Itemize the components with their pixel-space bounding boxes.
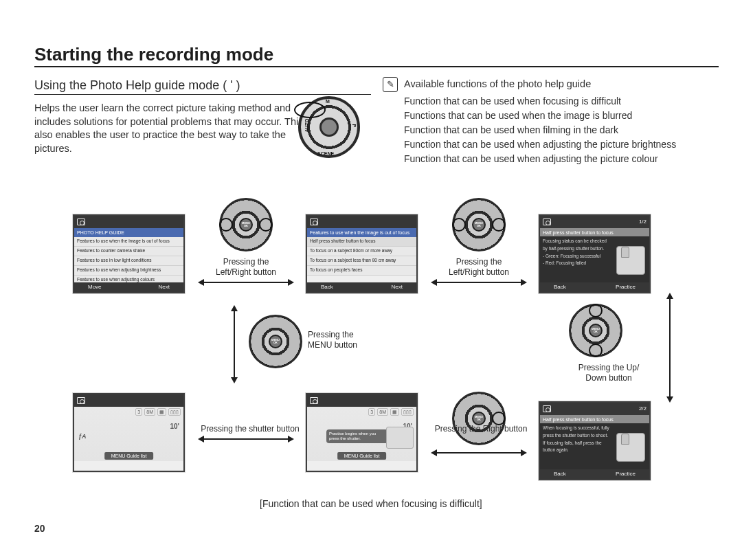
timer-value: 10'	[170, 422, 179, 432]
left-highlight	[219, 218, 233, 232]
double-arrow-icon	[203, 282, 289, 283]
lcd-photo-help-guide: PHOTO HELP GUIDE Features to use when th…	[73, 214, 185, 293]
menu-ok-button: MENUOK	[269, 335, 282, 348]
nav-caption-updown: Pressing the Up/Down button	[565, 363, 653, 383]
hand-press-graphic	[386, 427, 414, 449]
camera-icon	[77, 397, 85, 404]
softkey-left: Move	[88, 284, 102, 291]
lcd-focus-features: Features to use when the image is out of…	[306, 214, 418, 293]
camera-icon	[310, 397, 318, 404]
nav-caption-menu: Pressing theMENU button	[308, 330, 370, 350]
status-icons: 3 8M ▦ ▯▯▯	[368, 408, 414, 416]
lcd-half-press-1: 1/2 Half press shutter button to focus F…	[539, 214, 651, 293]
lcd-practice-live: 3 8M ▦ ▯▯▯ 10' ƒA MENU Guide list	[73, 393, 185, 472]
up-highlight	[589, 304, 603, 317]
list-item: Functions that can be used when the imag…	[404, 109, 720, 122]
dial-mode-scene: SCENE	[317, 150, 334, 157]
lcd-row: Features to use when the image is out of…	[74, 237, 183, 247]
softkey-right: Next	[392, 284, 403, 291]
list-item: Function that can be used when adjusting…	[404, 153, 720, 166]
lcd-row-hl: Half press shutter button to focus	[307, 237, 416, 247]
nav-pad: MENUOK	[452, 392, 506, 445]
menu-guide-hint: MENU Guide list	[104, 452, 154, 460]
hand-press-graphic	[616, 433, 645, 462]
lcd-row: Features to use when adjusting brightnes…	[74, 266, 183, 276]
double-arrow-icon	[436, 282, 521, 283]
section-title: Using the Photo Help guide mode ( ' )	[34, 77, 240, 93]
camera-icon	[310, 219, 318, 225]
softkey-left: Back	[321, 284, 333, 291]
softkey-right: Next	[159, 284, 170, 291]
double-arrow-icon	[669, 298, 671, 397]
lcd-row: To focus on people's faces	[307, 266, 416, 276]
camera-icon	[543, 219, 551, 225]
softkey-right: Practice	[616, 284, 636, 291]
nav-pad: MENUOK	[219, 198, 273, 251]
dial-mode-p: P	[351, 124, 357, 127]
camera-icon	[77, 219, 85, 225]
mode-dial-graphic: M P SCENE AUTO	[298, 96, 360, 158]
list-item: Function that can be used when focusing …	[404, 95, 720, 108]
available-functions-list: Function that can be used when focusing …	[404, 95, 720, 166]
softkey-left: Back	[554, 471, 566, 478]
dial-mode-m: M	[326, 98, 330, 104]
page-indicator: 1/2	[639, 219, 647, 226]
nav-pad: MENUOK	[249, 315, 302, 368]
page-title: Starting the recording mode	[34, 43, 273, 67]
available-functions-title: Available functions of the photo help gu…	[404, 78, 591, 91]
lcd-row: To focus on a subject less than 80 cm aw…	[307, 256, 416, 266]
softkey-left: Back	[554, 284, 566, 291]
lcd-row: To focus on a subject 80cm or more away	[307, 247, 416, 256]
lcd-text: Focusing status can be checked	[540, 238, 649, 245]
softkey-right: Practice	[616, 471, 636, 478]
page-number: 20	[34, 522, 45, 535]
section-underline	[34, 94, 371, 95]
lcd-practice-prompt: 3 8M ▦ ▯▯▯ 10' Practice begins when you …	[306, 393, 418, 472]
double-arrow-icon	[203, 438, 289, 440]
note-icon: ✎	[383, 77, 398, 92]
flash-auto-icon: ƒA	[78, 432, 87, 440]
dial-highlight-oval	[294, 102, 326, 118]
hand-press-graphic	[616, 246, 645, 275]
right-highlight	[492, 412, 506, 425]
manual-page: Starting the recording mode Using the Ph…	[0, 0, 742, 560]
dial-mode-auto: AUTO	[304, 119, 310, 133]
right-highlight	[492, 218, 506, 232]
nav-caption-lr: Pressing theLeft/Right button	[440, 257, 517, 278]
status-icons: 3 8M ▦ ▯▯▯	[135, 408, 181, 416]
menu-guide-hint: MENU Guide list	[337, 452, 387, 460]
lcd-title: Features to use when the image is out of…	[307, 228, 416, 237]
right-highlight	[259, 218, 273, 232]
double-arrow-icon	[234, 311, 235, 378]
nav-caption-lr: Pressing theLeft/Right button	[207, 257, 284, 278]
lcd-row: Features to use in low light conditions	[74, 256, 183, 266]
list-item: Function that can be used when ﬁlming in…	[404, 124, 720, 137]
diagram-caption: [Function that can be used when focusing…	[260, 497, 482, 511]
camera-icon	[543, 405, 551, 412]
lcd-menu-list: Half press shutter button to focus To fo…	[307, 237, 416, 275]
lcd-text: When focusing is successful, fully	[540, 425, 649, 432]
lcd-half-press-2: 2/2 Half press shutter button to focus W…	[539, 401, 651, 480]
nav-pad: MENUOK	[452, 198, 506, 251]
double-arrow-icon	[436, 452, 521, 453]
title-underline	[34, 66, 719, 67]
intro-paragraph: Helps the user learn the correct picture…	[34, 102, 309, 155]
down-highlight	[589, 344, 603, 357]
lcd-title: PHOTO HELP GUIDE	[74, 228, 183, 237]
lcd-menu-list: Features to use when the image is out of…	[74, 237, 183, 284]
menu-ok-button: MENUOK	[589, 324, 603, 337]
list-item: Function that can be used when adjusting…	[404, 138, 720, 151]
menu-ok-button: MENUOK	[472, 412, 486, 425]
nav-pad: MENUOK	[569, 304, 622, 357]
lcd-row: Features to counter camera shake	[74, 247, 183, 256]
tooltip-bubble: Practice begins when you press the shutt…	[326, 429, 388, 443]
left-highlight	[452, 218, 466, 232]
caption-pressing-right: Pressing the Right button	[426, 424, 536, 434]
menu-ok-button: MENUOK	[472, 218, 486, 232]
page-indicator: 2/2	[639, 405, 647, 413]
menu-ok-button: MENUOK	[239, 218, 253, 232]
caption-pressing-shutter: Pressing the shutter button	[195, 424, 305, 434]
